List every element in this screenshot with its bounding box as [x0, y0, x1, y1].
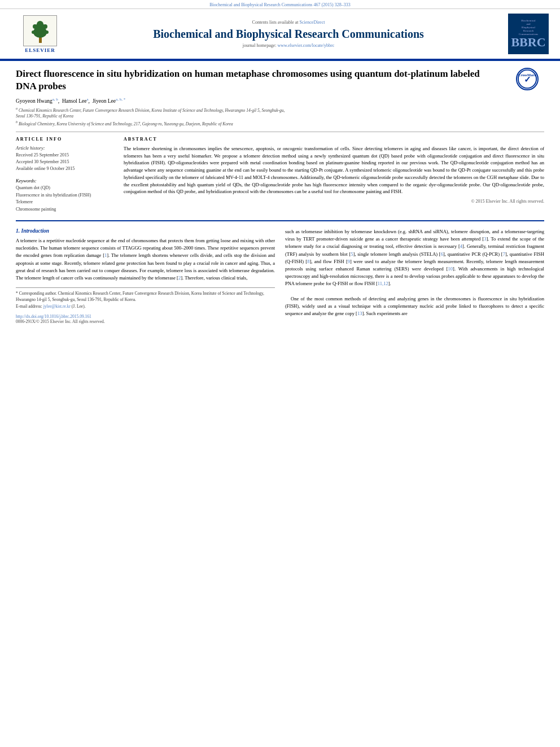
- journal-citation: Biochemical and Biophysical Research Com…: [0, 0, 560, 9]
- elsevier-logo: ELSEVIER: [23, 15, 57, 53]
- abstract-text: The telomere shortening in chromosomes i…: [124, 145, 544, 195]
- svg-point-7: [43, 24, 47, 29]
- keyword-4: Chromosome painting: [16, 206, 115, 213]
- body-right-col: such as telomerase inhibition by telomer…: [285, 228, 544, 324]
- sciencedirect-line: Contents lists available at ScienceDirec…: [77, 20, 500, 25]
- keyword-1: Quantum dot (QD): [16, 185, 115, 192]
- bbrc-logo: BiochemicalandBiophysicalResearchCommuni…: [508, 14, 549, 54]
- corresponding-author-note: * Corresponding author. Chemical Kinomic…: [16, 290, 275, 303]
- doi-link[interactable]: http://dx.doi.org/10.1016/j.bbrc.2015.09…: [16, 314, 275, 319]
- bbrc-logo-area: BiochemicalandBiophysicalResearchCommuni…: [506, 14, 551, 54]
- sciencedirect-link[interactable]: ScienceDirect: [300, 20, 325, 25]
- body-content: 1. Introduction A telomere is a repetiti…: [16, 228, 544, 324]
- section-divider: [16, 132, 544, 132]
- publisher-logo-area: ELSEVIER: [9, 15, 71, 53]
- crossmark-icon: ✓ CrossMark: [516, 68, 539, 90]
- email-note: E-mail address: jylee@kist.re.kr (J. Lee…: [16, 303, 275, 309]
- abstract-col: ABSTRACT The telomere shortening in chro…: [124, 137, 544, 213]
- abstract-header: ABSTRACT: [124, 137, 544, 142]
- journal-header-center: Contents lists available at ScienceDirec…: [77, 20, 500, 48]
- svg-text:CrossMark: CrossMark: [518, 73, 537, 77]
- body-divider: [16, 220, 544, 221]
- svg-point-6: [33, 24, 37, 29]
- history-title: Article history:: [16, 145, 115, 151]
- right-col-text: such as telomerase inhibition by telomer…: [285, 228, 544, 317]
- elsevier-text: ELSEVIER: [25, 47, 55, 53]
- bbrc-text-top: BiochemicalandBiophysicalResearchCommuni…: [519, 19, 538, 36]
- intro-body-text: A telomere is a repetitive nucleotide se…: [16, 237, 275, 282]
- author-2: Hansol Lee: [62, 98, 87, 104]
- svg-point-5: [45, 30, 49, 34]
- title-area: Direct fluorescence in situ hybridizatio…: [16, 68, 544, 93]
- keywords-section: Keywords: Quantum dot (QD) Fluorescence …: [16, 178, 115, 213]
- history-received: Received 25 September 2015: [16, 152, 115, 159]
- intro-section-title: 1. Introduction: [16, 228, 275, 234]
- footnote-section: * Corresponding author. Chemical Kinomic…: [16, 287, 275, 309]
- svg-point-3: [37, 21, 43, 28]
- svg-point-4: [32, 30, 35, 34]
- article-info-col: ARTICLE INFO Article history: Received 2…: [16, 137, 115, 213]
- history-online: Available online 9 October 2015: [16, 165, 115, 172]
- copyright: © 2015 Elsevier Inc. All rights reserved…: [124, 199, 544, 204]
- keyword-2: Fluorescence in situ hybridization (FISH…: [16, 192, 115, 199]
- keyword-3: Telomere: [16, 199, 115, 206]
- homepage-link[interactable]: www.elsevier.com/locate/ybbrc: [277, 43, 334, 48]
- history-accepted: Accepted 30 September 2015: [16, 159, 115, 165]
- affiliations: a Chemical Kinomics Research Center, Fut…: [16, 106, 544, 127]
- bbrc-letters: BBRC: [511, 36, 545, 49]
- author-3: Jiyeon Lee: [93, 98, 116, 104]
- footer-links: http://dx.doi.org/10.1016/j.bbrc.2015.09…: [16, 314, 275, 324]
- article-history: Article history: Received 25 September 2…: [16, 145, 115, 172]
- authors-line: Gyoyeon Hwanga, b, Hansol Leea, Jiyeon L…: [16, 97, 544, 104]
- article-title: Direct fluorescence in situ hybridizatio…: [16, 68, 544, 93]
- keywords-title: Keywords:: [16, 178, 115, 184]
- elsevier-tree-image: [23, 15, 57, 46]
- article-info-header: ARTICLE INFO: [16, 137, 115, 142]
- crossmark-badge: ✓ CrossMark: [510, 68, 544, 90]
- article-content: Direct fluorescence in situ hybridizatio…: [0, 61, 560, 331]
- body-left-col: 1. Introduction A telomere is a repetiti…: [16, 228, 275, 324]
- email-link[interactable]: jylee@kist.re.kr: [43, 304, 71, 309]
- issn-line: 0006-291X/© 2015 Elsevier Inc. All right…: [16, 319, 275, 324]
- author-1: Gyoyeon Hwang: [16, 98, 53, 104]
- info-abstract-section: ARTICLE INFO Article history: Received 2…: [16, 137, 544, 213]
- journal-header: ELSEVIER Contents lists available at Sci…: [0, 9, 560, 60]
- journal-title: Biochemical and Biophysical Research Com…: [77, 27, 500, 41]
- journal-homepage: journal homepage: www.elsevier.com/locat…: [77, 43, 500, 48]
